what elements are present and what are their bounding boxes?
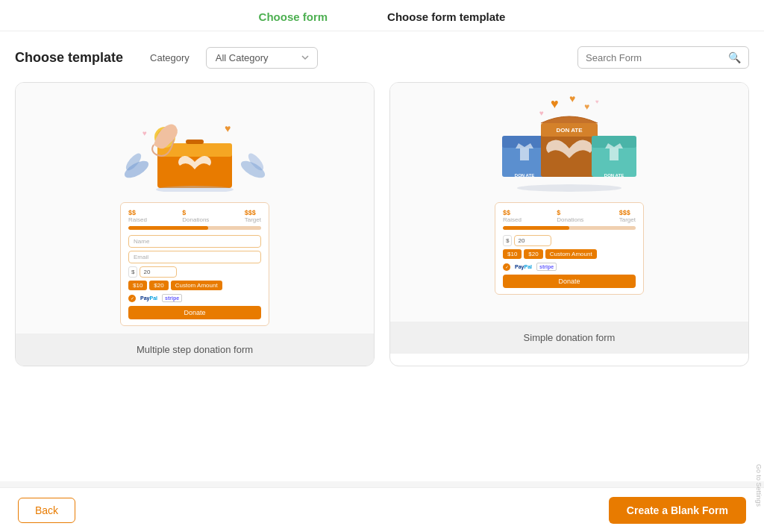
svg-text:♥: ♥ bbox=[143, 129, 147, 137]
template-cards: $ ♥ ♥ $$ bbox=[15, 82, 749, 366]
svg-text:♥: ♥ bbox=[551, 96, 559, 111]
svg-text:♥: ♥ bbox=[584, 101, 589, 112]
mini-payment-row-2: ✓ PayPal stripe bbox=[503, 263, 636, 271]
mini-form-2: $$Raised $Donations $$$Target $ bbox=[495, 202, 644, 295]
mini-btn-custom-2[interactable]: Custom Amount bbox=[545, 249, 597, 259]
card-preview-2: ♥ ♥ ♥ ♥ ♥ DON ATE bbox=[390, 83, 748, 322]
mini-check-icon-1: ✓ bbox=[128, 295, 136, 302]
svg-text:♥: ♥ bbox=[595, 98, 599, 105]
card-preview-1: $ ♥ ♥ $$ bbox=[16, 83, 374, 334]
main-content: Choose template Category All Category Do… bbox=[0, 31, 764, 481]
step2-label: Choose form template bbox=[387, 10, 505, 23]
mini-form-1: $$Raised $Donations $$$Target Name Email bbox=[120, 202, 269, 326]
svg-text:♥: ♥ bbox=[539, 109, 544, 117]
mini-amount-field-2: 20 bbox=[514, 235, 551, 246]
go-to-settings-label: Go to Settings bbox=[754, 461, 764, 510]
svg-point-27 bbox=[517, 184, 621, 192]
mini-stripe-logo-2: stripe bbox=[536, 263, 557, 271]
donation-box-illustration-1: $ ♥ ♥ bbox=[120, 98, 269, 192]
category-select[interactable]: All Category Donation Contact Survey Pay… bbox=[206, 47, 318, 69]
mini-paypal-logo-2: PayPal bbox=[515, 264, 532, 269]
mini-btn-10-2[interactable]: $10 bbox=[503, 249, 522, 259]
mini-check-icon-2: ✓ bbox=[503, 263, 510, 271]
search-input[interactable] bbox=[586, 52, 728, 63]
mini-btn-20-2[interactable]: $20 bbox=[524, 249, 542, 259]
choose-template-title: Choose template bbox=[15, 50, 123, 66]
svg-rect-25 bbox=[592, 136, 636, 148]
svg-text:♥: ♥ bbox=[225, 122, 231, 134]
mini-payment-row-1: ✓ PayPal stripe bbox=[128, 294, 261, 302]
mini-btn-10[interactable]: $10 bbox=[128, 281, 147, 290]
search-box: 🔍 bbox=[577, 46, 749, 69]
mini-stripe-logo-1: stripe bbox=[162, 294, 182, 302]
template-card-multiple-step[interactable]: $ ♥ ♥ $$ bbox=[15, 82, 375, 366]
svg-text:DON ATE: DON ATE bbox=[604, 173, 624, 178]
create-blank-button[interactable]: Create a Blank Form bbox=[609, 497, 746, 524]
svg-text:♥: ♥ bbox=[569, 95, 575, 104]
mini-email-field: Email bbox=[128, 251, 261, 263]
toolbar: Choose template Category All Category Do… bbox=[15, 46, 749, 69]
back-button[interactable]: Back bbox=[18, 498, 75, 523]
svg-text:DON ATE: DON ATE bbox=[556, 127, 583, 134]
header: Choose form Choose form template bbox=[0, 0, 764, 31]
svg-rect-4 bbox=[186, 140, 204, 144]
svg-text:DON ATE: DON ATE bbox=[515, 173, 534, 178]
card-label-2: Simple donation form bbox=[390, 322, 748, 354]
mini-btn-custom[interactable]: Custom Amount bbox=[171, 281, 222, 290]
svg-rect-19 bbox=[502, 136, 547, 148]
donation-boxes-illustration-2: ♥ ♥ ♥ ♥ ♥ DON ATE bbox=[487, 95, 651, 192]
mini-donate-btn-2[interactable]: Donate bbox=[503, 275, 636, 288]
footer: Back Create a Blank Form bbox=[0, 487, 764, 532]
search-icon[interactable]: 🔍 bbox=[728, 51, 741, 63]
card-label-1: Multiple step donation form bbox=[16, 334, 374, 366]
mini-name-field: Name bbox=[128, 235, 261, 248]
step1-label: Choose form bbox=[259, 10, 328, 23]
mini-paypal-logo-1: PayPal bbox=[140, 295, 157, 301]
mini-btn-20[interactable]: $20 bbox=[149, 281, 168, 290]
mini-donate-btn-1[interactable]: Donate bbox=[128, 306, 261, 319]
category-label: Category bbox=[150, 52, 190, 63]
template-card-simple[interactable]: ♥ ♥ ♥ ♥ ♥ DON ATE bbox=[389, 82, 749, 366]
mini-amount-field: 20 bbox=[140, 266, 177, 278]
